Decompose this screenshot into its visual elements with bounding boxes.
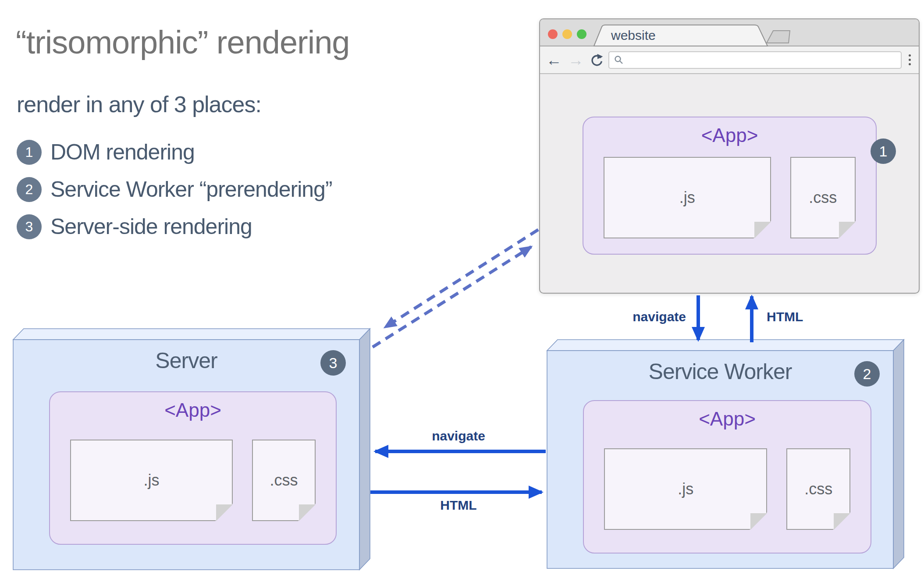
step-badge-1: 1: [871, 138, 896, 164]
html-right-label: HTML: [415, 498, 502, 513]
tab-shape: [540, 19, 919, 47]
step-badge-2: 2: [854, 361, 880, 387]
html-up-label: HTML: [767, 309, 803, 324]
list-item: 3 Server-side rendering: [17, 214, 332, 239]
server-app-box: <App> .js .css: [49, 391, 337, 545]
css-file-label: .css: [270, 471, 298, 490]
css-file-icon: .css: [786, 448, 850, 530]
css-file-icon: .css: [790, 157, 856, 238]
reload-icon[interactable]: [590, 53, 603, 67]
service-worker-title: Service Worker: [547, 359, 893, 384]
magnifier-icon: [614, 55, 624, 65]
navigate-left-label: navigate: [415, 429, 502, 444]
page-subtitle: render in any of 3 places:: [17, 93, 261, 116]
js-file-label: .js: [679, 188, 695, 207]
css-file-icon: .css: [252, 440, 316, 521]
page-title: “trisomorphic” rendering: [16, 26, 350, 59]
css-file-label: .css: [804, 480, 832, 498]
dashed-arrow-to-browser: [373, 247, 531, 347]
number-badge: 3: [17, 214, 42, 239]
kebab-menu-icon[interactable]: [906, 54, 919, 65]
app-label: <App>: [584, 408, 871, 430]
browser-toolbar: ← →: [540, 46, 919, 74]
browser-tab[interactable]: website: [611, 28, 656, 43]
service-worker-app-box: <App> .js .css: [583, 400, 871, 554]
number-badge: 1: [17, 140, 42, 165]
new-tab-icon[interactable]: [767, 31, 790, 43]
browser-app-box: <App> .js .css: [583, 117, 877, 255]
list-item: 1 DOM rendering: [17, 139, 332, 165]
list-item-label: Server-side rendering: [50, 214, 252, 239]
server-title: Server: [13, 348, 359, 373]
js-file-label: .js: [143, 471, 159, 490]
list-item-label: Service Worker “prerendering”: [50, 177, 332, 202]
rendering-places-list: 1 DOM rendering 2 Service Worker “preren…: [17, 139, 332, 239]
css-file-label: .css: [809, 188, 837, 207]
list-item-label: DOM rendering: [50, 139, 195, 165]
app-label: <App>: [583, 124, 876, 146]
back-icon[interactable]: ←: [546, 52, 562, 68]
browser-viewport: 1 <App> .js .css: [540, 74, 919, 294]
number-badge: 2: [17, 177, 42, 202]
js-file-icon: .js: [70, 440, 233, 521]
dashed-arrow-to-server: [385, 230, 538, 327]
app-label: <App>: [50, 399, 336, 421]
js-file-label: .js: [678, 480, 693, 498]
js-file-icon: .js: [604, 157, 771, 238]
forward-icon[interactable]: →: [568, 52, 584, 68]
js-file-icon: .js: [604, 448, 767, 530]
browser-titlebar: website: [540, 19, 919, 46]
step-badge-3: 3: [320, 350, 346, 376]
list-item: 2 Service Worker “prerendering”: [17, 177, 332, 202]
navigate-down-label: navigate: [576, 309, 686, 324]
url-input[interactable]: [608, 51, 902, 69]
browser-window: website ← → 1 <App> .js: [539, 18, 920, 294]
